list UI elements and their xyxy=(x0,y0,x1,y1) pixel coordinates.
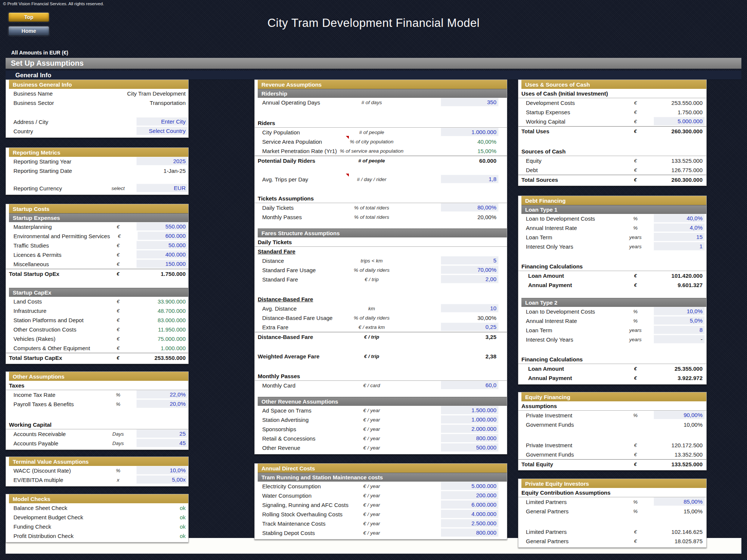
row-value[interactable]: EUR xyxy=(136,184,188,193)
row-value: ok xyxy=(136,503,188,513)
row-value[interactable]: 1.000.000 xyxy=(441,128,499,137)
row-value[interactable]: 2.000.000 xyxy=(441,424,499,434)
row-value[interactable]: 6.000.000 xyxy=(441,500,499,510)
row-value[interactable]: 5,0% xyxy=(654,316,705,326)
subheader-tram-running-and-station-maintenance-costs: Tram Running and Station Maintenance cos… xyxy=(258,473,507,482)
row-service-area-population: Service Area Population% of city populat… xyxy=(255,137,507,146)
section-header-revenue-assumptions: Revenue Assumptions xyxy=(258,80,507,89)
row-loan-to-development-costs: Loan to Development Costs%10,0% xyxy=(518,307,706,316)
row-value[interactable]: 4.000.000 xyxy=(441,510,499,519)
row-unit: % xyxy=(617,316,654,326)
row-value[interactable]: 200.000 xyxy=(441,491,499,500)
row-value[interactable]: 20,0% xyxy=(136,399,188,409)
row-value[interactable]: 1 xyxy=(654,242,705,251)
row-value[interactable]: - xyxy=(654,335,705,344)
row-value[interactable]: 25 xyxy=(136,429,188,439)
row-value[interactable]: 50.000 xyxy=(136,241,188,250)
row-label: Monthly Passes xyxy=(255,212,338,222)
row-weighted-average-fare: Weighted Average Fare€ / trip2,38 xyxy=(255,352,507,361)
row-value[interactable]: 15 xyxy=(654,233,705,242)
spacer xyxy=(255,341,507,352)
row-unit: € / year xyxy=(338,415,405,424)
row-value: 1-Jan-25 xyxy=(136,166,188,175)
row-value[interactable]: 1.500.000 xyxy=(441,406,499,415)
row-unit xyxy=(100,166,136,175)
row-value[interactable]: 10,0% xyxy=(654,307,705,316)
row-value[interactable]: 2025 xyxy=(136,157,188,166)
row-value: 3,25 xyxy=(441,332,499,341)
row-label: EV/EBITDA multiple xyxy=(6,475,100,485)
row-value[interactable]: 2,00 xyxy=(441,275,499,284)
row-value[interactable]: 45 xyxy=(136,439,188,448)
row-label: Loan Amount xyxy=(518,364,617,373)
row-value[interactable]: 0,25 xyxy=(441,323,499,332)
row-value[interactable]: 5,00x xyxy=(136,475,188,485)
row-unit: € / card xyxy=(338,381,405,390)
row-value[interactable]: 40,0% xyxy=(654,214,705,223)
spacer xyxy=(255,390,507,397)
row-value[interactable]: 22,0% xyxy=(136,390,188,399)
row-unit xyxy=(100,98,136,108)
row-unit: € xyxy=(617,98,654,108)
row-value[interactable]: 8 xyxy=(654,326,705,335)
row-value[interactable]: 500.000 xyxy=(441,443,499,452)
row-value[interactable]: 5.000.000 xyxy=(441,482,499,491)
row-value[interactable]: 550.000 xyxy=(136,222,188,231)
row-value: 33.900.000 xyxy=(136,297,188,306)
row-value[interactable]: 5 xyxy=(441,256,499,265)
row-value[interactable]: 85,00% xyxy=(654,497,705,507)
row-value[interactable]: 10 xyxy=(441,304,499,313)
row-label: Address / City xyxy=(6,117,100,127)
row-unit: € xyxy=(100,297,136,306)
row-value[interactable]: 70,00% xyxy=(441,265,499,275)
row-value[interactable]: 1,8 xyxy=(441,175,499,184)
row-monthly-passes: Monthly Passes% of total riders20,00% xyxy=(255,212,507,222)
row-value[interactable]: 10,0% xyxy=(136,466,188,475)
row-unit: # of people xyxy=(338,156,405,165)
row-value[interactable]: Select Country xyxy=(136,127,188,136)
row-value[interactable]: 90,00% xyxy=(654,411,705,420)
row-value: 9.601.327 xyxy=(654,280,705,290)
row-value[interactable]: 5.000.000 xyxy=(654,117,705,126)
row-value[interactable]: 350 xyxy=(441,98,499,107)
section-terminal-value-assumptions: Terminal Value AssumptionsWACC (Discount… xyxy=(6,457,189,486)
row-value[interactable]: 60,0 xyxy=(441,381,499,390)
row-unit: € / year xyxy=(338,519,405,528)
row-unit: years xyxy=(617,233,654,242)
row-label: Equity xyxy=(518,156,617,165)
row-label: Startup Expenses xyxy=(518,108,617,117)
row-annual-interest-rate: Annual Interest Rate%4,0% xyxy=(518,223,706,233)
row-unit: € xyxy=(617,441,654,450)
row-label: Ad Space on Trams xyxy=(255,406,338,415)
row-unit: € xyxy=(100,306,136,315)
row-unit: € / year xyxy=(338,424,405,434)
row-unit: € xyxy=(617,536,654,546)
row-market-penetration-rate-yr1: Market Penetration Rate (Yr1)% of servic… xyxy=(255,146,507,156)
row-value[interactable]: 800.000 xyxy=(441,434,499,443)
row-unit: years xyxy=(617,242,654,251)
subheader-loan-type-2: Loan Type 2 xyxy=(521,298,706,307)
row-value[interactable]: Enter City xyxy=(136,117,188,127)
row-business-sector: Business SectorTransportation xyxy=(6,98,188,108)
row-value[interactable]: 600.000 xyxy=(137,231,188,241)
row-unit: € xyxy=(617,373,654,383)
row-value[interactable]: 80,00% xyxy=(441,203,499,212)
row-unit: % xyxy=(617,411,654,420)
row-other-revenue: Other Revenue€ / year500.000 xyxy=(255,443,507,452)
row-value[interactable]: 800.000 xyxy=(441,528,499,538)
row-value[interactable]: 2.500.000 xyxy=(441,519,499,528)
section-header-equity-financing: Equity Financing xyxy=(521,392,706,401)
row-address-city: Address / CityEnter City xyxy=(6,117,188,127)
section-header-startup-costs: Startup Costs xyxy=(9,204,188,213)
row-value[interactable]: 1.000.000 xyxy=(441,415,499,424)
row-value[interactable]: 4,0% xyxy=(654,223,705,233)
row-city-population: City Population# of people1.000.000 xyxy=(255,128,507,137)
section-business-general-info: Business General InfoBusiness NameCity T… xyxy=(6,80,189,138)
row-accounts-payable: Accounts PayableDays45 xyxy=(6,439,188,448)
row-label: Standard Fare Usage xyxy=(255,265,338,275)
row-label: Debt xyxy=(518,165,617,175)
row-loan-term: Loan Termyears15 xyxy=(518,233,706,242)
row-unit: € xyxy=(100,269,136,278)
row-value[interactable]: 150.000 xyxy=(136,259,188,269)
row-value[interactable]: 400.000 xyxy=(136,250,188,259)
